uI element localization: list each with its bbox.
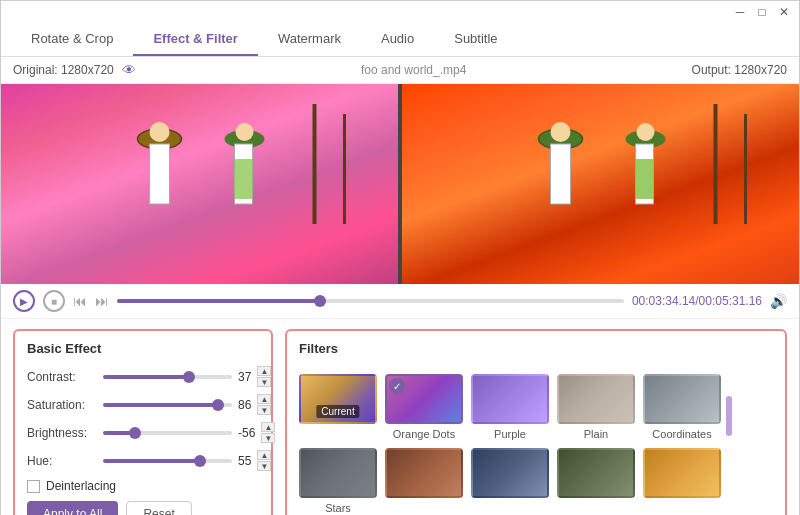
- contrast-value: 37: [238, 370, 251, 384]
- hue-down[interactable]: ▼: [257, 461, 271, 471]
- saturation-up[interactable]: ▲: [257, 394, 271, 404]
- hue-slider[interactable]: [103, 459, 232, 463]
- contrast-spinner: ▲ ▼: [257, 366, 271, 387]
- title-bar: ─ □ ✕: [1, 1, 799, 23]
- volume-icon[interactable]: 🔊: [770, 293, 787, 309]
- action-buttons: Apply to All Reset: [27, 501, 259, 515]
- brightness-slider[interactable]: [103, 431, 232, 435]
- apply-to-all-button[interactable]: Apply to All: [27, 501, 118, 515]
- filter-plain[interactable]: Plain: [557, 374, 635, 440]
- tab-effect-filter[interactable]: Effect & Filter: [133, 23, 258, 56]
- saturation-value: 86: [238, 398, 251, 412]
- tab-watermark[interactable]: Watermark: [258, 23, 361, 56]
- reset-button[interactable]: Reset: [126, 501, 191, 515]
- brightness-value: -56: [238, 426, 255, 440]
- filter-row2-3-thumb: [557, 448, 635, 498]
- filters-scrollbar[interactable]: [725, 366, 733, 515]
- brightness-spinner: ▲ ▼: [261, 422, 275, 443]
- close-button[interactable]: ✕: [777, 5, 791, 19]
- filter-coordinates-thumb: [643, 374, 721, 424]
- svg-rect-12: [551, 144, 571, 204]
- info-bar: Original: 1280x720 👁 foo and world_.mp4 …: [1, 57, 799, 84]
- filter-row2-4-thumb: [643, 448, 721, 498]
- filename-label: foo and world_.mp4: [144, 63, 684, 77]
- filter-plain-thumb: [557, 374, 635, 424]
- brightness-row: Brightness: -56 ▲ ▼: [27, 422, 259, 443]
- filter-row2-2[interactable]: [471, 448, 549, 514]
- filter-purple-label: Purple: [494, 428, 526, 440]
- filter-current[interactable]: Current: [299, 374, 377, 440]
- filter-current-overlay: Current: [316, 405, 359, 418]
- tab-subtitle[interactable]: Subtitle: [434, 23, 517, 56]
- svg-point-7: [236, 123, 254, 141]
- deinterlace-checkbox[interactable]: [27, 480, 40, 493]
- filter-row2-1-thumb: [385, 448, 463, 498]
- hue-up[interactable]: ▲: [257, 450, 271, 460]
- basic-effect-title: Basic Effect: [27, 341, 259, 356]
- filters-panel: Filters Current ✓ Orange Dots: [285, 329, 787, 515]
- filters-grid: Current ✓ Orange Dots Purple: [299, 374, 721, 515]
- filter-current-thumb: Current: [299, 374, 377, 424]
- minimize-button[interactable]: ─: [733, 5, 747, 19]
- filters-wrapper: Current ✓ Orange Dots Purple: [299, 366, 773, 515]
- deinterlace-row: Deinterlacing: [27, 479, 259, 493]
- eye-icon[interactable]: 👁: [122, 62, 136, 78]
- tab-rotate-crop[interactable]: Rotate & Crop: [11, 23, 133, 56]
- hue-spinner: ▲ ▼: [257, 450, 271, 471]
- tab-bar: Rotate & Crop Effect & Filter Watermark …: [1, 23, 799, 57]
- preview-area: [1, 84, 799, 284]
- saturation-slider[interactable]: [103, 403, 232, 407]
- svg-rect-8: [235, 159, 253, 199]
- next-frame-button[interactable]: ⏭: [95, 293, 109, 309]
- deinterlace-label: Deinterlacing: [46, 479, 116, 493]
- progress-bar[interactable]: [117, 299, 624, 303]
- brightness-label: Brightness:: [27, 426, 97, 440]
- saturation-down[interactable]: ▼: [257, 405, 271, 415]
- saturation-label: Saturation:: [27, 398, 97, 412]
- svg-rect-3: [150, 144, 170, 204]
- filter-stars-label: Stars: [325, 502, 351, 514]
- contrast-down[interactable]: ▼: [257, 377, 271, 387]
- tab-audio[interactable]: Audio: [361, 23, 434, 56]
- filters-title: Filters: [299, 341, 773, 356]
- filter-orange-dots-thumb: ✓: [385, 374, 463, 424]
- filter-coordinates[interactable]: Coordinates: [643, 374, 721, 440]
- saturation-row: Saturation: 86 ▲ ▼: [27, 394, 259, 415]
- saturation-spinner: ▲ ▼: [257, 394, 271, 415]
- contrast-row: Contrast: 37 ▲ ▼: [27, 366, 259, 387]
- filter-coordinates-label: Coordinates: [652, 428, 711, 440]
- svg-point-16: [637, 123, 655, 141]
- stop-button[interactable]: ■: [43, 290, 65, 312]
- contrast-label: Contrast:: [27, 370, 97, 384]
- preview-before: [1, 84, 398, 284]
- svg-point-13: [551, 122, 571, 142]
- filter-purple-thumb: [471, 374, 549, 424]
- filter-orange-dots-label: Orange Dots: [393, 428, 455, 440]
- bottom-area: Basic Effect Contrast: 37 ▲ ▼ Saturation…: [1, 319, 799, 515]
- svg-rect-17: [636, 159, 654, 199]
- filter-stars[interactable]: Stars: [299, 448, 377, 514]
- main-window: ─ □ ✕ Rotate & Crop Effect & Filter Wate…: [0, 0, 800, 515]
- preview-after: [402, 84, 799, 284]
- filter-stars-thumb: [299, 448, 377, 498]
- hue-label: Hue:: [27, 454, 97, 468]
- filter-row2-3[interactable]: [557, 448, 635, 514]
- filter-purple[interactable]: Purple: [471, 374, 549, 440]
- contrast-slider[interactable]: [103, 375, 232, 379]
- prev-frame-button[interactable]: ⏮: [73, 293, 87, 309]
- filter-orange-dots[interactable]: ✓ Orange Dots: [385, 374, 463, 440]
- filter-plain-label: Plain: [584, 428, 608, 440]
- play-button[interactable]: ▶: [13, 290, 35, 312]
- brightness-down[interactable]: ▼: [261, 433, 275, 443]
- maximize-button[interactable]: □: [755, 5, 769, 19]
- hue-value: 55: [238, 454, 251, 468]
- filter-row2-4[interactable]: [643, 448, 721, 514]
- basic-effect-panel: Basic Effect Contrast: 37 ▲ ▼ Saturation…: [13, 329, 273, 515]
- time-display: 00:03:34.14/00:05:31.16: [632, 294, 762, 308]
- output-resolution: Output: 1280x720: [692, 63, 787, 77]
- brightness-up[interactable]: ▲: [261, 422, 275, 432]
- filter-row2-1[interactable]: [385, 448, 463, 514]
- svg-point-4: [150, 122, 170, 142]
- contrast-up[interactable]: ▲: [257, 366, 271, 376]
- filter-selected-check: ✓: [389, 378, 405, 394]
